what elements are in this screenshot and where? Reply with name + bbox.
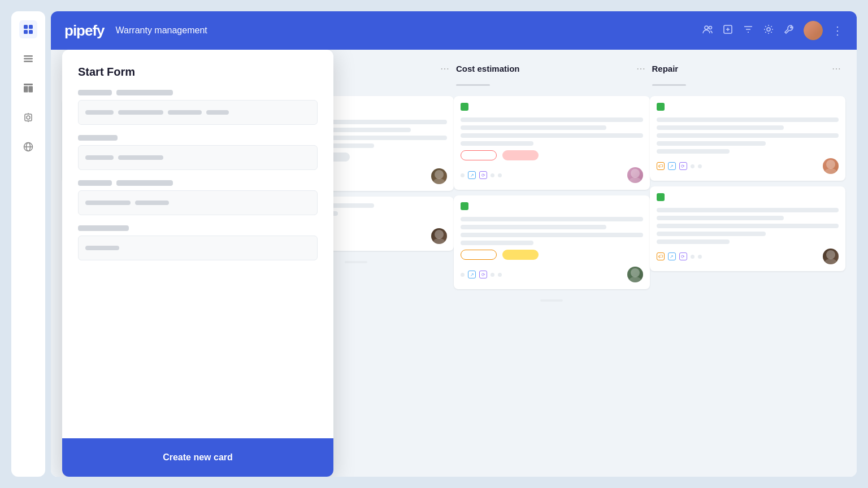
sidebar-item-automation[interactable]: [19, 108, 37, 127]
export-icon[interactable]: [722, 24, 734, 38]
svg-rect-2: [24, 30, 28, 34]
form-label-row-2: [78, 135, 318, 141]
form-label-row-3: [78, 180, 318, 186]
label-skel: [78, 90, 112, 95]
avatar[interactable]: [804, 21, 823, 40]
svg-rect-9: [29, 86, 33, 93]
form-field-1: [78, 90, 318, 125]
logo: pipefy: [64, 22, 105, 40]
form-title: Start Form: [78, 66, 318, 79]
label-skel: [116, 180, 173, 186]
placeholder-skel: [206, 110, 229, 115]
placeholder-skel: [85, 246, 119, 250]
label-skel: [116, 90, 173, 95]
app-shell: pipefy Warranty management: [0, 0, 868, 488]
left-nav: [11, 11, 45, 477]
form-input-4[interactable]: [78, 236, 318, 260]
placeholder-skel: [85, 201, 131, 205]
svg-point-22: [767, 28, 770, 31]
create-new-card-button[interactable]: Create new card: [62, 438, 333, 477]
filter-icon[interactable]: [743, 24, 754, 38]
kebab-menu-icon[interactable]: ⋮: [832, 24, 843, 37]
settings-icon[interactable]: [763, 24, 774, 38]
svg-point-11: [27, 116, 30, 119]
svg-point-17: [705, 26, 708, 29]
svg-rect-0: [24, 25, 28, 29]
svg-rect-8: [24, 86, 28, 93]
svg-rect-1: [29, 25, 33, 29]
form-label-row-4: [78, 225, 318, 231]
label-skel: [78, 225, 129, 231]
form-input-3[interactable]: [78, 190, 318, 215]
form-input-1[interactable]: [78, 100, 318, 125]
label-skel: [78, 180, 112, 186]
sidebar-item-list[interactable]: [19, 50, 37, 68]
placeholder-skel: [85, 155, 114, 160]
placeholder-skel: [168, 110, 202, 115]
header: pipefy Warranty management: [51, 11, 857, 50]
create-new-card-label: Create new card: [163, 452, 233, 463]
label-skel: [78, 135, 118, 141]
placeholder-skel: [85, 110, 114, 115]
placeholder-skel: [135, 201, 169, 205]
form-field-2: [78, 135, 318, 170]
form-field-3: [78, 180, 318, 215]
placeholder-skel: [118, 155, 163, 160]
form-overlay: Start Form: [51, 50, 857, 477]
form-input-2[interactable]: [78, 145, 318, 170]
form-body: Start Form: [62, 50, 333, 438]
users-icon[interactable]: [702, 24, 713, 38]
svg-point-18: [709, 26, 712, 29]
svg-rect-10: [25, 114, 32, 121]
svg-rect-3: [29, 30, 33, 34]
form-label-row-1: [78, 90, 318, 95]
wrench-icon[interactable]: [783, 24, 795, 38]
placeholder-skel: [118, 110, 163, 115]
header-left: pipefy Warranty management: [64, 22, 207, 40]
sidebar-item-grid[interactable]: [19, 20, 37, 38]
page-title: Warranty management: [116, 25, 207, 36]
main-content: pipefy Warranty management: [51, 11, 857, 477]
svg-rect-6: [24, 61, 33, 63]
sidebar-item-globe[interactable]: [19, 138, 37, 156]
sidebar-item-table[interactable]: [19, 79, 37, 97]
board-area: Validation + ⋯: [51, 50, 857, 477]
form-field-4: [78, 225, 318, 260]
svg-rect-5: [24, 58, 33, 60]
svg-rect-7: [24, 84, 33, 85]
svg-rect-4: [24, 55, 33, 57]
start-form: Start Form: [62, 50, 333, 477]
header-right: ⋮: [702, 21, 843, 40]
